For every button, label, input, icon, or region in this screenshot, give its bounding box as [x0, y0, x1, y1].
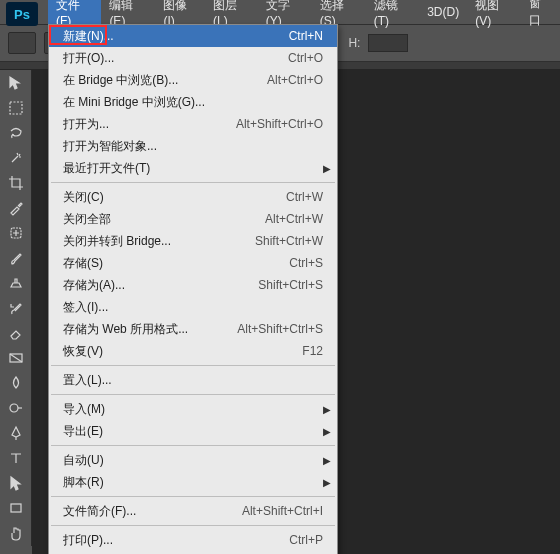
- menu-item[interactable]: 恢复(V)F12: [49, 340, 337, 362]
- menu-item[interactable]: 打开为...Alt+Shift+Ctrl+O: [49, 113, 337, 135]
- menu-item-shortcut: Alt+Ctrl+W: [265, 212, 323, 226]
- type-tool[interactable]: [2, 446, 30, 470]
- menu-item[interactable]: 打开为智能对象...: [49, 135, 337, 157]
- menu-item[interactable]: 置入(L)...: [49, 369, 337, 391]
- toolbox: [0, 70, 32, 546]
- magic-wand-tool[interactable]: [2, 146, 30, 170]
- svg-rect-4: [11, 504, 21, 512]
- tool-preset-swatch[interactable]: [8, 32, 36, 54]
- menu-item[interactable]: 新建(N)...Ctrl+N: [49, 25, 337, 47]
- menu-item-label: 存储为(A)...: [63, 277, 250, 294]
- svg-rect-0: [10, 102, 22, 114]
- menu-item-label: 在 Bridge 中浏览(B)...: [63, 72, 259, 89]
- menu-item-shortcut: Ctrl+P: [289, 533, 323, 547]
- menu-item[interactable]: 关闭(C)Ctrl+W: [49, 186, 337, 208]
- eyedropper-tool[interactable]: [2, 196, 30, 220]
- menu-item-shortcut: Shift+Ctrl+S: [258, 278, 323, 292]
- menu-item-label: 关闭(C): [63, 189, 278, 206]
- menu-item-label: 签入(I)...: [63, 299, 323, 316]
- menu-7[interactable]: 3D(D): [419, 1, 467, 23]
- menu-item[interactable]: 打开(O)...Ctrl+O: [49, 47, 337, 69]
- menu-item[interactable]: 最近打开文件(T)▶: [49, 157, 337, 179]
- menu-item-shortcut: F12: [302, 344, 323, 358]
- clone-stamp-tool[interactable]: [2, 271, 30, 295]
- menu-item-shortcut: Alt+Shift+Ctrl+I: [242, 504, 323, 518]
- menu-item-label: 最近打开文件(T): [63, 160, 323, 177]
- menu-item[interactable]: 关闭并转到 Bridge...Shift+Ctrl+W: [49, 230, 337, 252]
- menu-item-label: 关闭全部: [63, 211, 257, 228]
- height-input[interactable]: [368, 34, 408, 52]
- menu-item[interactable]: 导出(E)▶: [49, 420, 337, 442]
- menu-item[interactable]: 签入(I)...: [49, 296, 337, 318]
- blur-tool[interactable]: [2, 371, 30, 395]
- file-menu-dropdown: 新建(N)...Ctrl+N打开(O)...Ctrl+O在 Bridge 中浏览…: [48, 24, 338, 554]
- menu-item[interactable]: 导入(M)▶: [49, 398, 337, 420]
- rectangle-tool[interactable]: [2, 496, 30, 520]
- menu-item-label: 打开为...: [63, 116, 228, 133]
- menu-item[interactable]: 存储(S)Ctrl+S: [49, 252, 337, 274]
- history-brush-tool[interactable]: [2, 296, 30, 320]
- hand-tool[interactable]: [2, 521, 30, 545]
- dodge-tool[interactable]: [2, 396, 30, 420]
- menu-item-label: 打开为智能对象...: [63, 138, 323, 155]
- menu-item[interactable]: 打印(P)...Ctrl+P: [49, 529, 337, 551]
- pen-tool[interactable]: [2, 421, 30, 445]
- menu-item-shortcut: Ctrl+N: [289, 29, 323, 43]
- menu-6[interactable]: 滤镜(T): [366, 0, 419, 32]
- height-label: H:: [348, 36, 360, 50]
- menu-item-label: 恢复(V): [63, 343, 294, 360]
- menu-item-shortcut: Shift+Ctrl+W: [255, 234, 323, 248]
- menu-item-label: 关闭并转到 Bridge...: [63, 233, 247, 250]
- eraser-tool[interactable]: [2, 321, 30, 345]
- menu-9[interactable]: 窗口: [521, 0, 560, 33]
- menu-item-shortcut: Ctrl+S: [289, 256, 323, 270]
- menu-item-shortcut: Alt+Ctrl+O: [267, 73, 323, 87]
- menu-item-label: 新建(N)...: [63, 28, 281, 45]
- brush-tool[interactable]: [2, 246, 30, 270]
- menu-item-shortcut: Ctrl+O: [288, 51, 323, 65]
- menu-item[interactable]: 在 Bridge 中浏览(B)...Alt+Ctrl+O: [49, 69, 337, 91]
- menu-item-label: 打印(P)...: [63, 532, 281, 549]
- submenu-arrow-icon: ▶: [323, 404, 331, 415]
- menu-item[interactable]: 文件简介(F)...Alt+Shift+Ctrl+I: [49, 500, 337, 522]
- path-selection-tool[interactable]: [2, 471, 30, 495]
- svg-point-3: [10, 404, 18, 412]
- menu-item-label: 在 Mini Bridge 中浏览(G)...: [63, 94, 323, 111]
- menu-item[interactable]: 存储为(A)...Shift+Ctrl+S: [49, 274, 337, 296]
- healing-brush-tool[interactable]: [2, 221, 30, 245]
- menubar: 文件(F)编辑(E)图像(I)图层(L)文字(Y)选择(S)滤镜(T)3D(D)…: [0, 0, 560, 24]
- menu-item-label: 导出(E): [63, 423, 323, 440]
- menu-item-label: 自动(U): [63, 452, 323, 469]
- menu-item-label: 存储为 Web 所用格式...: [63, 321, 229, 338]
- menu-item-label: 存储(S): [63, 255, 281, 272]
- app-logo: Ps: [6, 2, 38, 26]
- submenu-arrow-icon: ▶: [323, 426, 331, 437]
- menu-item-shortcut: Alt+Shift+Ctrl+O: [236, 117, 323, 131]
- menu-item[interactable]: 存储为 Web 所用格式...Alt+Shift+Ctrl+S: [49, 318, 337, 340]
- menu-item-shortcut: Alt+Shift+Ctrl+S: [237, 322, 323, 336]
- menu-item[interactable]: 关闭全部Alt+Ctrl+W: [49, 208, 337, 230]
- move-tool[interactable]: [2, 71, 30, 95]
- menu-item[interactable]: 脚本(R)▶: [49, 471, 337, 493]
- menu-item-label: 打开(O)...: [63, 50, 280, 67]
- menu-item-shortcut: Ctrl+W: [286, 190, 323, 204]
- submenu-arrow-icon: ▶: [323, 477, 331, 488]
- menu-item-label: 导入(M): [63, 401, 323, 418]
- menu-item-label: 文件简介(F)...: [63, 503, 234, 520]
- menu-8[interactable]: 视图(V): [467, 0, 521, 32]
- menu-item-label: 脚本(R): [63, 474, 323, 491]
- menu-item[interactable]: 在 Mini Bridge 中浏览(G)...: [49, 91, 337, 113]
- marquee-tool[interactable]: [2, 96, 30, 120]
- gradient-tool[interactable]: [2, 346, 30, 370]
- menu-item-label: 置入(L)...: [63, 372, 323, 389]
- submenu-arrow-icon: ▶: [323, 455, 331, 466]
- menu-item[interactable]: 自动(U)▶: [49, 449, 337, 471]
- lasso-tool[interactable]: [2, 121, 30, 145]
- submenu-arrow-icon: ▶: [323, 163, 331, 174]
- crop-tool[interactable]: [2, 171, 30, 195]
